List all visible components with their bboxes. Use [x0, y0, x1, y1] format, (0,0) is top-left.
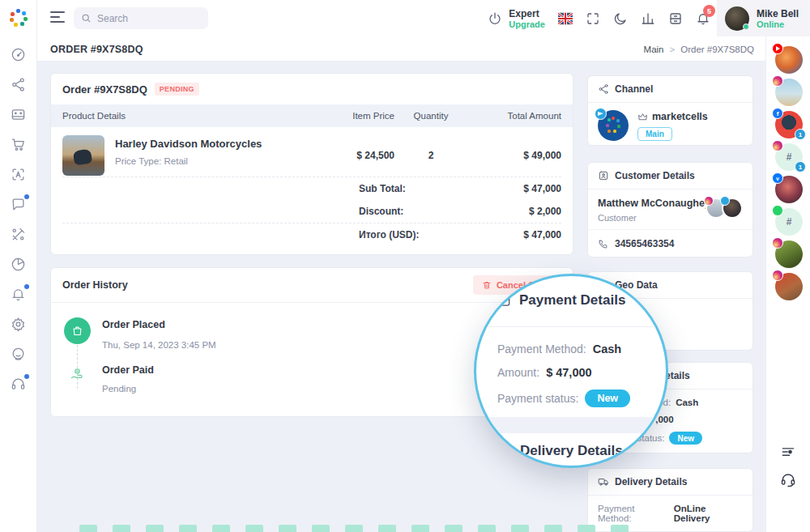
product-price-type: Price Type: Retail	[115, 156, 262, 166]
delivery-details-card: Delivery Details Payment Method:OnLine D…	[587, 468, 753, 532]
channel-name[interactable]: marketcells	[652, 111, 708, 122]
chat-avatar-hash-1[interactable]: # 1	[775, 143, 803, 171]
menu-toggle-icon[interactable]	[50, 11, 66, 24]
lens-payment-status-badge: New	[585, 389, 630, 407]
facebook-badge-icon: f	[772, 108, 783, 119]
search-input[interactable]	[97, 13, 194, 24]
bottom-chart-bars	[79, 525, 629, 532]
sidebar-item-notifications[interactable]	[11, 287, 27, 303]
customer-phone: 34565463354	[615, 238, 674, 249]
chat-avatar-masked[interactable]: f 1	[775, 111, 803, 138]
language-flag-icon[interactable]	[552, 0, 579, 36]
event-subtitle: Pending	[102, 384, 154, 394]
plan-upgrade[interactable]: Expert Upgrade	[509, 8, 545, 29]
instagram-badge-icon	[772, 270, 783, 281]
discount-value: $ 2,000	[472, 206, 561, 217]
chat-avatar-kid[interactable]	[775, 273, 803, 300]
notifications-bell[interactable]: 5	[689, 0, 717, 36]
crown-icon	[637, 112, 648, 122]
user-status: Online	[757, 19, 799, 29]
upgrade-link[interactable]: Upgrade	[509, 19, 545, 29]
instagram-badge-icon	[772, 237, 783, 249]
product-image	[62, 135, 104, 176]
dark-mode-icon[interactable]	[607, 0, 634, 36]
breadcrumb-current: Order #9X7S8DQ	[680, 45, 754, 54]
user-profile[interactable]: Mike Bell Online	[717, 0, 810, 36]
order-history-title: Order History	[62, 279, 128, 291]
subtotal-value: $ 47,000	[472, 183, 561, 194]
chat-avatar-hash-2[interactable]: #	[775, 208, 803, 236]
subtotal-row: Sub Total: $ 47,000	[62, 177, 561, 200]
page-title: ORDER #9X7S8DQ	[50, 44, 143, 55]
chat-avatar-beach[interactable]	[775, 79, 803, 106]
truck-icon	[496, 443, 512, 459]
user-avatar	[725, 6, 749, 31]
notifications-unread-dot	[24, 284, 29, 289]
sidebar-item-tools[interactable]	[11, 227, 27, 243]
page-header: ORDER #9X7S8DQ Main > Order #9X7S8DQ	[37, 36, 765, 62]
discount-row: Discount: $ 2,000	[62, 200, 561, 223]
headset-icon[interactable]	[780, 472, 796, 488]
event-title: Order Placed	[102, 319, 216, 330]
power-icon[interactable]	[481, 0, 509, 36]
archive-icon[interactable]	[662, 0, 689, 36]
sidebar-item-orders[interactable]	[11, 107, 27, 123]
lens-payment-title: Payment Details	[519, 292, 625, 309]
payment-method-value: Cash	[676, 398, 698, 407]
breadcrumb-root[interactable]: Main	[644, 45, 664, 54]
chat-avatar-baby[interactable]: v	[775, 176, 803, 203]
sidebar-item-chats[interactable]	[11, 197, 27, 213]
app-logo-icon[interactable]	[10, 9, 28, 27]
lens-delivery-title: Delivery Details	[520, 443, 623, 459]
sidebar-item-support[interactable]	[11, 347, 27, 363]
breadcrumb-separator: >	[670, 45, 676, 54]
subtotal-label: Sub Total:	[359, 183, 472, 194]
unread-count-badge: 1	[795, 129, 806, 140]
col-quantity: Quantity	[394, 111, 467, 121]
chat-avatar-frog[interactable]	[775, 240, 803, 268]
customer-icon	[598, 170, 609, 181]
lens-payment-status-label: Payment status:	[497, 392, 578, 405]
chat-avatar-tiger[interactable]	[775, 46, 803, 74]
channel-title: Channel	[615, 83, 653, 95]
lens-payment-method-value: Cash	[593, 343, 621, 355]
lens-background-gap	[476, 417, 666, 433]
sidebar-item-recognition[interactable]	[11, 167, 27, 183]
sidebar-item-channels[interactable]	[11, 77, 27, 93]
sidebar-item-help[interactable]	[11, 377, 27, 393]
col-total-amount: Total Amount	[467, 111, 561, 121]
sidebar-item-reports[interactable]	[11, 257, 27, 273]
sidebar-item-cart[interactable]	[11, 137, 27, 153]
channel-main-badge: Main	[637, 127, 672, 141]
filter-icon[interactable]	[780, 444, 796, 460]
product-name: Harley Davidson Motorcycles	[115, 138, 262, 150]
timeline-connector	[77, 345, 78, 389]
instagram-badge-icon	[704, 196, 714, 206]
telegram-badge-icon	[720, 196, 730, 206]
instagram-badge-icon	[772, 75, 783, 87]
apps-chart-icon[interactable]	[634, 0, 662, 36]
order-title: Order #9X7S8DQ	[62, 83, 147, 96]
col-item-price: Item Price	[305, 111, 394, 121]
delivery-title: Delivery Details	[615, 476, 687, 487]
order-placed-icon	[64, 317, 91, 344]
sidebar-item-settings[interactable]	[11, 317, 27, 333]
search-box[interactable]	[74, 7, 208, 29]
fullscreen-icon[interactable]	[579, 0, 607, 36]
hash-glyph: #	[787, 216, 792, 228]
quantity-value: 2	[394, 150, 467, 161]
help-unread-dot	[24, 374, 29, 379]
customer-avatar-telegram[interactable]	[722, 198, 743, 219]
magnifier-lens: Payment Details Payment Method: Cash Amo…	[474, 274, 668, 468]
notification-count-badge: 5	[703, 5, 715, 17]
grand-total-value: $ 47,000	[472, 229, 561, 240]
plan-label: Expert	[509, 8, 545, 19]
hash-glyph: #	[787, 151, 792, 163]
channel-avatar[interactable]	[598, 110, 629, 141]
search-icon	[81, 13, 92, 23]
lens-payment-amount-value: $ 47,000	[546, 366, 591, 379]
event-title: Order Paid	[102, 364, 154, 376]
sidebar-item-dashboard[interactable]	[11, 47, 27, 63]
online-dot	[743, 23, 749, 30]
discount-label: Discount:	[359, 206, 472, 217]
